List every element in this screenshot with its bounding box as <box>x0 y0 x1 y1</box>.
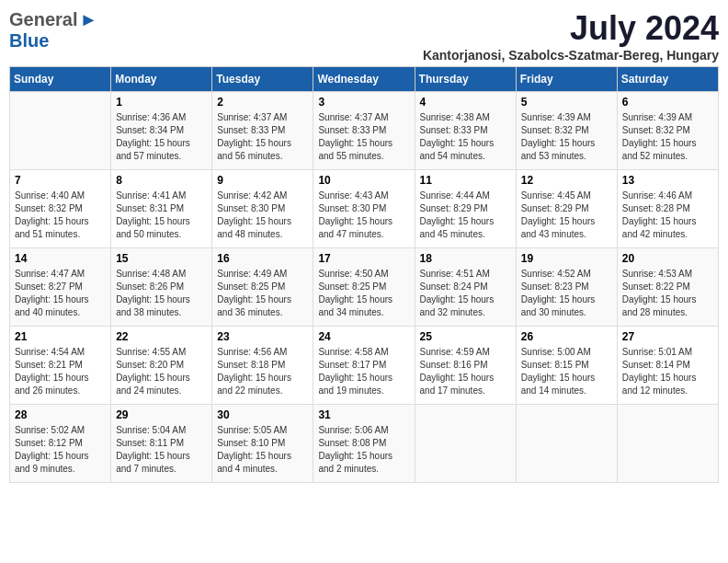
logo-bird-icon: ► <box>79 9 97 30</box>
calendar-table: SundayMondayTuesdayWednesdayThursdayFrid… <box>9 66 719 483</box>
calendar-cell: 26Sunrise: 5:00 AM Sunset: 8:15 PM Dayli… <box>516 327 617 405</box>
day-number: 19 <box>521 252 612 265</box>
day-info: Sunrise: 4:48 AM Sunset: 8:26 PM Dayligh… <box>116 268 207 319</box>
day-info: Sunrise: 4:44 AM Sunset: 8:29 PM Dayligh… <box>420 190 511 241</box>
day-info: Sunrise: 4:52 AM Sunset: 8:23 PM Dayligh… <box>521 268 612 319</box>
day-info: Sunrise: 4:46 AM Sunset: 8:28 PM Dayligh… <box>622 190 713 241</box>
day-number: 11 <box>420 174 511 187</box>
calendar-cell: 9Sunrise: 4:42 AM Sunset: 8:30 PM Daylig… <box>212 170 313 248</box>
day-info: Sunrise: 4:42 AM Sunset: 8:30 PM Dayligh… <box>217 190 308 241</box>
day-info: Sunrise: 4:43 AM Sunset: 8:30 PM Dayligh… <box>318 190 409 241</box>
day-info: Sunrise: 4:41 AM Sunset: 8:31 PM Dayligh… <box>116 190 207 241</box>
calendar-cell: 31Sunrise: 5:06 AM Sunset: 8:08 PM Dayli… <box>313 405 415 483</box>
calendar-cell: 28Sunrise: 5:02 AM Sunset: 8:12 PM Dayli… <box>10 405 111 483</box>
day-number: 7 <box>15 174 106 187</box>
calendar-cell: 11Sunrise: 4:44 AM Sunset: 8:29 PM Dayli… <box>415 170 516 248</box>
weekday-header-wednesday: Wednesday <box>313 67 415 92</box>
day-info: Sunrise: 4:53 AM Sunset: 8:22 PM Dayligh… <box>622 268 713 319</box>
day-number: 9 <box>217 174 308 187</box>
week-row-5: 28Sunrise: 5:02 AM Sunset: 8:12 PM Dayli… <box>10 405 719 483</box>
day-info: Sunrise: 4:51 AM Sunset: 8:24 PM Dayligh… <box>420 268 511 319</box>
day-number: 17 <box>318 252 409 265</box>
weekday-header-saturday: Saturday <box>617 67 718 92</box>
day-number: 14 <box>15 252 106 265</box>
day-number: 16 <box>217 252 308 265</box>
day-info: Sunrise: 4:39 AM Sunset: 8:32 PM Dayligh… <box>521 111 612 163</box>
day-number: 4 <box>420 96 511 109</box>
weekday-header-friday: Friday <box>516 67 617 92</box>
logo-blue: Blue <box>9 30 49 52</box>
calendar-cell <box>415 405 516 483</box>
day-number: 6 <box>622 96 713 109</box>
weekday-header-tuesday: Tuesday <box>212 67 313 92</box>
page-header: General ► Blue July 2024 Kantorjanosi, S… <box>9 9 719 63</box>
day-info: Sunrise: 5:06 AM Sunset: 8:08 PM Dayligh… <box>318 424 409 476</box>
day-number: 25 <box>420 330 511 343</box>
calendar-header: SundayMondayTuesdayWednesdayThursdayFrid… <box>10 67 719 92</box>
day-number: 26 <box>521 330 612 343</box>
day-number: 8 <box>116 174 207 187</box>
day-info: Sunrise: 5:00 AM Sunset: 8:15 PM Dayligh… <box>521 346 612 397</box>
day-number: 2 <box>217 96 308 109</box>
day-number: 22 <box>116 330 207 343</box>
calendar-cell: 21Sunrise: 4:54 AM Sunset: 8:21 PM Dayli… <box>10 327 111 405</box>
calendar-cell: 6Sunrise: 4:39 AM Sunset: 8:32 PM Daylig… <box>617 92 718 170</box>
calendar-cell: 12Sunrise: 4:45 AM Sunset: 8:29 PM Dayli… <box>516 170 617 248</box>
day-number: 30 <box>217 408 308 421</box>
day-info: Sunrise: 4:58 AM Sunset: 8:17 PM Dayligh… <box>318 346 409 397</box>
weekday-header-monday: Monday <box>111 67 212 92</box>
week-row-1: 1Sunrise: 4:36 AM Sunset: 8:34 PM Daylig… <box>10 92 719 170</box>
day-number: 5 <box>521 96 612 109</box>
calendar-cell: 24Sunrise: 4:58 AM Sunset: 8:17 PM Dayli… <box>313 327 415 405</box>
calendar-cell: 13Sunrise: 4:46 AM Sunset: 8:28 PM Dayli… <box>617 170 718 248</box>
calendar-cell: 15Sunrise: 4:48 AM Sunset: 8:26 PM Dayli… <box>111 248 212 327</box>
day-info: Sunrise: 4:59 AM Sunset: 8:16 PM Dayligh… <box>420 346 511 397</box>
day-info: Sunrise: 4:47 AM Sunset: 8:27 PM Dayligh… <box>15 268 106 319</box>
calendar-cell: 7Sunrise: 4:40 AM Sunset: 8:32 PM Daylig… <box>10 170 111 248</box>
day-info: Sunrise: 4:40 AM Sunset: 8:32 PM Dayligh… <box>15 190 106 241</box>
calendar-cell: 5Sunrise: 4:39 AM Sunset: 8:32 PM Daylig… <box>516 92 617 170</box>
day-info: Sunrise: 4:49 AM Sunset: 8:25 PM Dayligh… <box>217 268 308 319</box>
day-number: 20 <box>622 252 713 265</box>
calendar-cell: 3Sunrise: 4:37 AM Sunset: 8:33 PM Daylig… <box>313 92 415 170</box>
calendar-cell: 17Sunrise: 4:50 AM Sunset: 8:25 PM Dayli… <box>313 248 415 327</box>
calendar-cell: 14Sunrise: 4:47 AM Sunset: 8:27 PM Dayli… <box>10 248 111 327</box>
day-number: 29 <box>116 408 207 421</box>
calendar-cell: 30Sunrise: 5:05 AM Sunset: 8:10 PM Dayli… <box>212 405 313 483</box>
calendar-cell: 8Sunrise: 4:41 AM Sunset: 8:31 PM Daylig… <box>111 170 212 248</box>
day-number: 1 <box>116 96 207 109</box>
calendar-cell: 19Sunrise: 4:52 AM Sunset: 8:23 PM Dayli… <box>516 248 617 327</box>
week-row-3: 14Sunrise: 4:47 AM Sunset: 8:27 PM Dayli… <box>10 248 719 327</box>
calendar-cell: 2Sunrise: 4:37 AM Sunset: 8:33 PM Daylig… <box>212 92 313 170</box>
day-info: Sunrise: 4:37 AM Sunset: 8:33 PM Dayligh… <box>217 111 308 163</box>
calendar-cell: 1Sunrise: 4:36 AM Sunset: 8:34 PM Daylig… <box>111 92 212 170</box>
weekday-header-sunday: Sunday <box>10 67 111 92</box>
day-number: 12 <box>521 174 612 187</box>
calendar-cell <box>617 405 718 483</box>
title-area: July 2024 Kantorjanosi, Szabolcs-Szatmar… <box>423 9 719 63</box>
logo-general: General <box>9 9 77 30</box>
logo: General ► Blue <box>9 9 97 52</box>
calendar-body: 1Sunrise: 4:36 AM Sunset: 8:34 PM Daylig… <box>10 92 719 483</box>
day-number: 15 <box>116 252 207 265</box>
calendar-cell: 23Sunrise: 4:56 AM Sunset: 8:18 PM Dayli… <box>212 327 313 405</box>
day-info: Sunrise: 4:54 AM Sunset: 8:21 PM Dayligh… <box>15 346 106 397</box>
month-title: July 2024 <box>423 9 719 48</box>
calendar-cell: 27Sunrise: 5:01 AM Sunset: 8:14 PM Dayli… <box>617 327 718 405</box>
day-info: Sunrise: 4:55 AM Sunset: 8:20 PM Dayligh… <box>116 346 207 397</box>
calendar-cell: 16Sunrise: 4:49 AM Sunset: 8:25 PM Dayli… <box>212 248 313 327</box>
day-number: 27 <box>622 330 713 343</box>
day-info: Sunrise: 4:45 AM Sunset: 8:29 PM Dayligh… <box>521 190 612 241</box>
day-info: Sunrise: 4:38 AM Sunset: 8:33 PM Dayligh… <box>420 111 511 163</box>
day-info: Sunrise: 4:36 AM Sunset: 8:34 PM Dayligh… <box>116 111 207 163</box>
week-row-2: 7Sunrise: 4:40 AM Sunset: 8:32 PM Daylig… <box>10 170 719 248</box>
calendar-cell: 4Sunrise: 4:38 AM Sunset: 8:33 PM Daylig… <box>415 92 516 170</box>
day-info: Sunrise: 5:04 AM Sunset: 8:11 PM Dayligh… <box>116 424 207 476</box>
day-number: 24 <box>318 330 409 343</box>
calendar-cell: 25Sunrise: 4:59 AM Sunset: 8:16 PM Dayli… <box>415 327 516 405</box>
calendar-cell: 18Sunrise: 4:51 AM Sunset: 8:24 PM Dayli… <box>415 248 516 327</box>
calendar-cell <box>516 405 617 483</box>
day-info: Sunrise: 4:56 AM Sunset: 8:18 PM Dayligh… <box>217 346 308 397</box>
day-number: 13 <box>622 174 713 187</box>
day-number: 10 <box>318 174 409 187</box>
